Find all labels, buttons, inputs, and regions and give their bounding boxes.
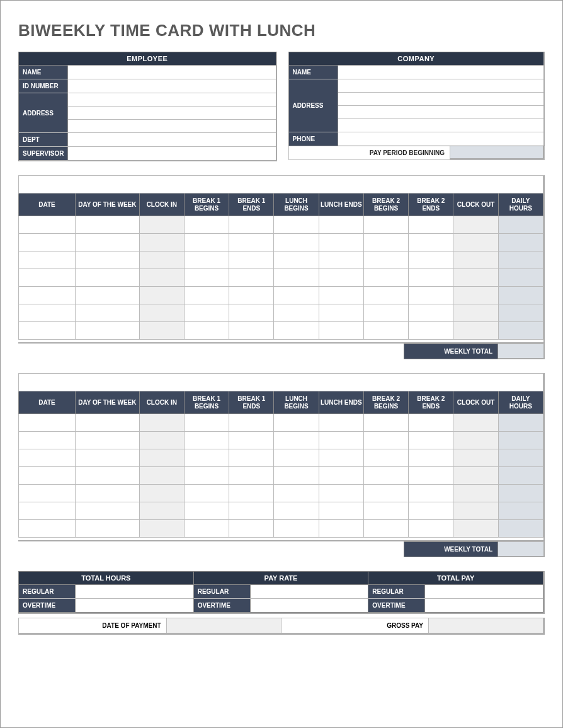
- week-one-cell[interactable]: [409, 322, 453, 340]
- week-one-cell[interactable]: [319, 234, 363, 251]
- week-two-cell[interactable]: [409, 520, 453, 538]
- week-two-cell[interactable]: [319, 449, 363, 467]
- week-two-cell[interactable]: [229, 520, 274, 538]
- company-address-1[interactable]: [338, 79, 544, 93]
- week-two-cell[interactable]: [76, 485, 140, 502]
- week-two-cell[interactable]: [76, 467, 140, 485]
- week-one-cell[interactable]: [498, 234, 543, 251]
- week-one-cell[interactable]: [76, 287, 140, 304]
- week-one-cell[interactable]: [274, 216, 319, 234]
- week-one-cell[interactable]: [229, 216, 274, 234]
- week-one-cell[interactable]: [19, 304, 76, 322]
- week-two-cell[interactable]: [498, 432, 543, 449]
- week-two-cell[interactable]: [19, 432, 76, 449]
- week-one-cell[interactable]: [19, 322, 76, 340]
- week-one-cell[interactable]: [139, 251, 184, 269]
- gross-pay-value[interactable]: [429, 618, 543, 633]
- week-one-cell[interactable]: [453, 304, 498, 322]
- total-hours-overtime-value[interactable]: [76, 599, 193, 612]
- company-address-3[interactable]: [338, 106, 544, 119]
- week-one-cell[interactable]: [274, 304, 319, 322]
- week-two-cell[interactable]: [139, 485, 184, 502]
- company-phone-value[interactable]: [338, 132, 544, 146]
- week-one-cell[interactable]: [319, 251, 363, 269]
- week-one-cell[interactable]: [274, 251, 319, 269]
- week-two-cell[interactable]: [76, 502, 140, 520]
- employee-supervisor-value[interactable]: [68, 147, 276, 160]
- week-one-cell[interactable]: [139, 287, 184, 304]
- week-one-cell[interactable]: [229, 269, 274, 287]
- week-one-cell[interactable]: [363, 251, 408, 269]
- week-one-cell[interactable]: [498, 287, 543, 304]
- week-one-cell[interactable]: [409, 269, 453, 287]
- week-two-cell[interactable]: [274, 520, 319, 538]
- week-two-cell[interactable]: [409, 467, 453, 485]
- week-one-cell[interactable]: [498, 251, 543, 269]
- week-two-cell[interactable]: [453, 520, 498, 538]
- week-one-cell[interactable]: [409, 251, 453, 269]
- week-two-cell[interactable]: [76, 414, 140, 432]
- week-one-cell[interactable]: [184, 287, 229, 304]
- week-two-cell[interactable]: [498, 467, 543, 485]
- week-one-cell[interactable]: [319, 304, 363, 322]
- week-one-cell[interactable]: [229, 234, 274, 251]
- total-hours-regular-value[interactable]: [76, 585, 193, 598]
- week-one-cell[interactable]: [229, 287, 274, 304]
- employee-name-value[interactable]: [68, 66, 276, 79]
- date-of-payment-value[interactable]: [167, 618, 282, 633]
- week-two-cell[interactable]: [319, 414, 363, 432]
- week-one-cell[interactable]: [453, 251, 498, 269]
- week-one-cell[interactable]: [229, 251, 274, 269]
- week-two-cell[interactable]: [184, 485, 229, 502]
- week-two-cell[interactable]: [319, 467, 363, 485]
- employee-address-3[interactable]: [68, 120, 276, 132]
- week-one-cell[interactable]: [184, 216, 229, 234]
- week-one-cell[interactable]: [19, 251, 76, 269]
- week-two-cell[interactable]: [363, 449, 408, 467]
- week-two-cell[interactable]: [498, 520, 543, 538]
- week-two-cell[interactable]: [498, 414, 543, 432]
- week-two-cell[interactable]: [229, 414, 274, 432]
- week-one-cell[interactable]: [363, 234, 408, 251]
- week-two-cell[interactable]: [19, 467, 76, 485]
- week-one-cell[interactable]: [139, 216, 184, 234]
- week-two-cell[interactable]: [274, 502, 319, 520]
- week-two-cell[interactable]: [19, 449, 76, 467]
- company-address-2[interactable]: [338, 93, 544, 106]
- week-one-cell[interactable]: [229, 304, 274, 322]
- week-two-cell[interactable]: [409, 414, 453, 432]
- pay-rate-regular-value[interactable]: [251, 585, 368, 598]
- week-two-cell[interactable]: [76, 449, 140, 467]
- week-two-cell[interactable]: [274, 485, 319, 502]
- week-two-cell[interactable]: [274, 467, 319, 485]
- week-one-cell[interactable]: [363, 216, 408, 234]
- week-two-cell[interactable]: [19, 485, 76, 502]
- week-one-cell[interactable]: [76, 269, 140, 287]
- week-two-cell[interactable]: [139, 414, 184, 432]
- employee-address-1[interactable]: [68, 93, 276, 107]
- week-two-cell[interactable]: [498, 449, 543, 467]
- week-two-cell[interactable]: [453, 414, 498, 432]
- week-two-cell[interactable]: [229, 485, 274, 502]
- week-one-cell[interactable]: [19, 216, 76, 234]
- week-two-cell[interactable]: [184, 449, 229, 467]
- week-two-cell[interactable]: [319, 520, 363, 538]
- week-one-cell[interactable]: [274, 269, 319, 287]
- week-one-cell[interactable]: [498, 304, 543, 322]
- week-one-cell[interactable]: [184, 234, 229, 251]
- employee-dept-value[interactable]: [68, 133, 276, 146]
- week-one-cell[interactable]: [76, 304, 140, 322]
- company-address-4[interactable]: [338, 119, 544, 132]
- week-two-cell[interactable]: [229, 432, 274, 449]
- week-one-cell[interactable]: [453, 269, 498, 287]
- week-one-cell[interactable]: [184, 251, 229, 269]
- week-two-cell[interactable]: [229, 467, 274, 485]
- week-two-cell[interactable]: [319, 432, 363, 449]
- week-two-cell[interactable]: [319, 502, 363, 520]
- week-two-cell[interactable]: [453, 467, 498, 485]
- total-pay-overtime-value[interactable]: [425, 599, 543, 612]
- week-two-cell[interactable]: [184, 502, 229, 520]
- week-one-cell[interactable]: [184, 269, 229, 287]
- week-two-cell[interactable]: [409, 485, 453, 502]
- week-one-cell[interactable]: [453, 322, 498, 340]
